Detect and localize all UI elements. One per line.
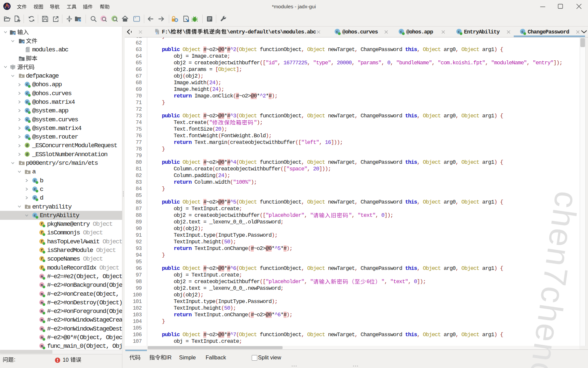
svg-text:@: @ [26, 152, 29, 156]
svg-text:c: c [26, 126, 29, 130]
svg-text:m: m [41, 300, 43, 304]
svg-text:m: m [41, 344, 43, 348]
svg-text:m: m [41, 283, 43, 287]
svg-text:c: c [336, 30, 338, 34]
svg-text:c: c [458, 30, 460, 34]
svg-text:m: m [41, 318, 43, 322]
svg-text:m: m [41, 336, 43, 339]
svg-text:f: f [41, 266, 43, 270]
svg-text:c: c [26, 117, 29, 121]
svg-text:c: c [26, 109, 29, 113]
svg-text:f: f [41, 239, 43, 243]
svg-text:f: f [41, 248, 43, 252]
svg-text:c: c [521, 30, 524, 34]
svg-text:f: f [41, 222, 43, 226]
svg-text:c: c [400, 30, 402, 34]
svg-text:m: m [41, 274, 43, 278]
svg-text:m: m [41, 327, 43, 331]
svg-text:m: m [41, 309, 43, 313]
svg-text:c: c [26, 83, 29, 87]
svg-text:m: m [41, 292, 43, 296]
svg-text:c: c [34, 187, 36, 191]
svg-text:c: c [34, 196, 36, 200]
svg-text:f: f [41, 257, 43, 261]
svg-text:@: @ [26, 144, 29, 148]
svg-text:c: c [34, 213, 36, 217]
svg-text:c: c [34, 178, 36, 182]
svg-text:?: ? [155, 31, 157, 35]
svg-text:c: c [26, 135, 29, 139]
svg-text:c: c [26, 91, 29, 95]
svg-text:c: c [26, 100, 29, 104]
svg-text:f: f [41, 231, 43, 235]
